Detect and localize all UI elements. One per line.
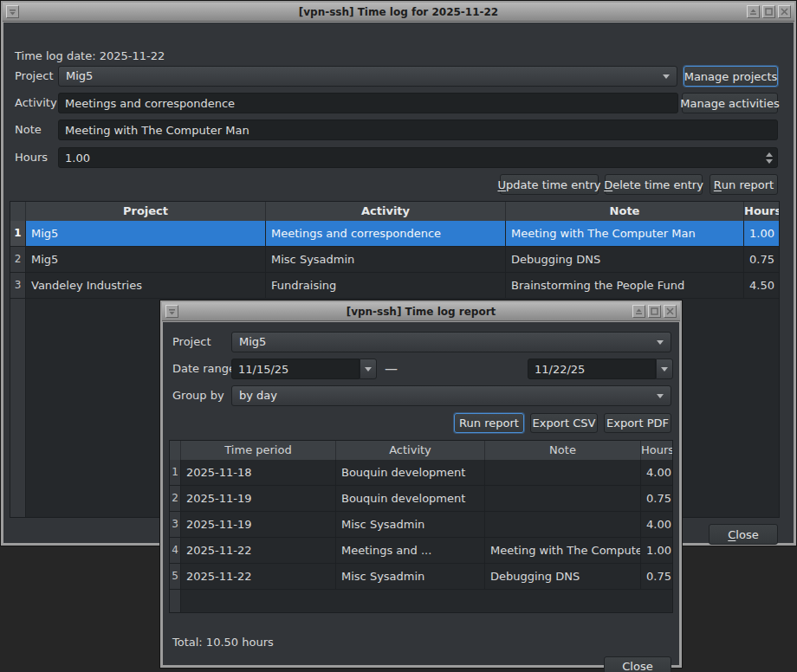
spin-up-icon[interactable] [766, 152, 773, 157]
table-cell: Misc Sysadmin [266, 247, 506, 272]
project-combobox-value: Mig5 [66, 69, 93, 82]
run-report-button[interactable]: Run report [710, 174, 778, 195]
table-row[interactable]: 32025-11-19Misc Sysadmin4.00 [170, 512, 672, 538]
hours-input-field[interactable] [65, 148, 735, 167]
note-input[interactable] [58, 120, 778, 140]
table-header-row: Time periodActivityNoteHours [170, 441, 672, 460]
table-cell: Mig5 [26, 221, 266, 246]
hours-spinbox[interactable] [58, 147, 778, 168]
delete-time-entry-button[interactable]: Delete time entry [605, 174, 703, 195]
shade-icon[interactable] [747, 5, 760, 18]
time-log-date-label: Time log date: 2025-11-22 [15, 46, 165, 67]
shade-icon[interactable] [632, 305, 645, 318]
update-time-entry-button[interactable]: Update time entry [500, 174, 599, 195]
column-header[interactable]: Note [506, 202, 744, 221]
manage-projects-button[interactable]: Manage projects [684, 66, 778, 87]
row-number: 3 [170, 512, 181, 537]
maximize-icon[interactable] [648, 305, 661, 318]
table-row[interactable]: 12025-11-18Bouquin development4.00 [170, 460, 672, 486]
column-header[interactable]: Activity [266, 202, 506, 221]
table-row[interactable]: 42025-11-22Meetings and ...Meeting with … [170, 538, 672, 564]
date-end-field[interactable] [535, 359, 649, 378]
table-row[interactable]: 22025-11-19Bouquin development0.75 [170, 486, 672, 512]
table-row[interactable]: 1Mig5Meetings and correspondenceMeeting … [10, 221, 779, 247]
close-icon[interactable] [778, 5, 791, 18]
column-header[interactable]: Hours [744, 202, 779, 221]
main-window-title: [vpn-ssh] Time log for 2025-11-22 [3, 6, 794, 18]
chevron-down-icon [657, 340, 664, 345]
table-cell: Mig5 [26, 247, 266, 272]
row-number: 5 [170, 564, 181, 589]
report-window-title: [vpn-ssh] Time log report [162, 306, 680, 318]
report-table: Time periodActivityNoteHours12025-11-18B… [169, 440, 673, 613]
report-titlebar[interactable]: [vpn-ssh] Time log report [162, 302, 680, 321]
column-header[interactable]: Activity [336, 441, 485, 460]
hours-spinner[interactable] [763, 149, 774, 166]
column-header[interactable]: Time period [181, 441, 336, 460]
table-cell [485, 486, 641, 511]
activity-input[interactable] [58, 93, 678, 113]
group-by-label: Group by [172, 385, 224, 406]
column-header[interactable]: Project [26, 202, 266, 221]
desktop: { "main_window": { "title": "[vpn-ssh] T… [0, 0, 797, 672]
table-cell [485, 512, 641, 537]
table-cell: 2025-11-22 [181, 538, 336, 563]
report-project-combobox[interactable]: Mig5 [231, 332, 671, 352]
table-row[interactable]: 2Mig5Misc SysadminDebugging DNS0.75 [10, 247, 779, 273]
note-input-field[interactable] [65, 120, 771, 139]
table-row[interactable]: 3Vandeley IndustriesFundraisingBrainstor… [10, 273, 779, 299]
group-by-combobox-value: by day [239, 389, 277, 402]
table-cell: 0.75 [641, 486, 672, 511]
window-menu-icon[interactable] [6, 5, 19, 18]
date-start-dropdown-button[interactable] [360, 359, 377, 379]
table-cell: Debugging DNS [485, 564, 641, 589]
date-start-field[interactable] [238, 359, 353, 378]
date-range-label: Date range [172, 359, 236, 379]
project-combobox[interactable]: Mig5 [58, 66, 677, 87]
report-close-button[interactable]: Close [604, 656, 671, 672]
manage-activities-button[interactable]: Manage activities [682, 93, 778, 113]
group-by-combobox[interactable]: by day [231, 385, 671, 406]
main-titlebar[interactable]: [vpn-ssh] Time log for 2025-11-22 [3, 3, 794, 22]
table-cell: Vandeley Industries [26, 273, 266, 298]
activity-label: Activity [15, 93, 57, 113]
table-cell: Misc Sysadmin [336, 564, 485, 589]
date-end-dropdown-button[interactable] [656, 359, 673, 379]
report-run-report-button[interactable]: Run report [454, 413, 524, 433]
table-cell: 1.00 [744, 221, 779, 246]
table-cell: Meetings and ... [336, 538, 485, 563]
table-cell: 2025-11-19 [181, 512, 336, 537]
date-start-input[interactable] [231, 359, 360, 379]
table-cell: Debugging DNS [506, 247, 744, 272]
main-close-button[interactable]: Close [709, 524, 778, 545]
window-menu-icon[interactable] [165, 305, 178, 318]
table-cell: Meetings and correspondence [266, 221, 506, 246]
chevron-down-icon [657, 394, 664, 398]
table-row[interactable]: 52025-11-22Misc SysadminDebugging DNS0.7… [170, 564, 672, 590]
table-cell: Brainstorming the People Fund [506, 273, 744, 298]
row-number: 2 [10, 247, 26, 272]
chevron-down-icon [663, 74, 670, 79]
close-icon[interactable] [664, 305, 677, 318]
chevron-down-icon [365, 367, 372, 372]
table-cell: 0.75 [641, 564, 672, 589]
column-header[interactable]: Note [485, 441, 641, 460]
gutter-header [170, 441, 181, 460]
column-header[interactable]: Hours [641, 441, 672, 460]
activity-input-field[interactable] [65, 94, 671, 113]
export-csv-button[interactable]: Export CSV [530, 413, 598, 433]
row-number: 3 [10, 273, 26, 298]
gutter-filler [10, 299, 26, 517]
date-end-input[interactable] [528, 359, 656, 379]
project-label: Project [15, 66, 53, 87]
maximize-icon[interactable] [762, 5, 775, 18]
table-cell: Meeting with The Computer... [485, 538, 641, 563]
report-project-label: Project [172, 332, 211, 352]
table-cell: 2025-11-19 [181, 486, 336, 511]
row-number: 1 [170, 460, 181, 485]
row-number: 2 [170, 486, 181, 511]
table-cell: Meeting with The Computer Man [506, 221, 744, 246]
spin-down-icon[interactable] [766, 159, 773, 164]
report-window-content: Project Mig5 Date range — Group by by da… [163, 322, 679, 665]
export-pdf-button[interactable]: Export PDF [604, 413, 671, 433]
